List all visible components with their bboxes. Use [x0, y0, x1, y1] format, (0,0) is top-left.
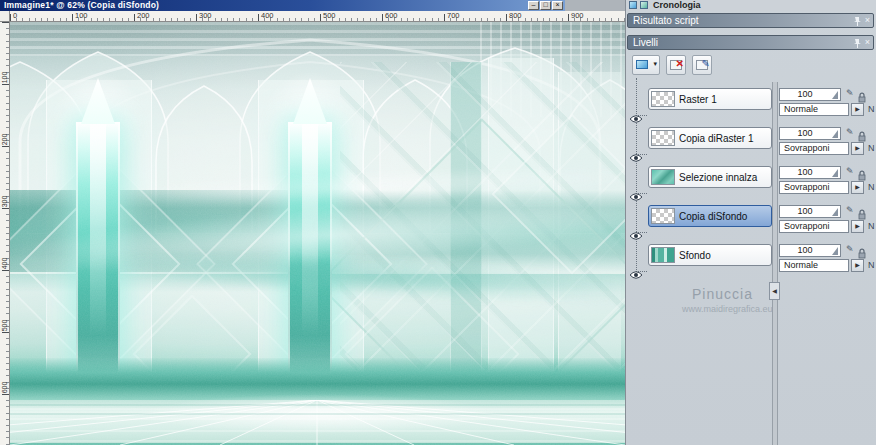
panel-splitter[interactable]	[772, 82, 778, 445]
layer-item[interactable]: Sfondo	[648, 244, 772, 266]
ruler-h-label: 200	[137, 11, 150, 20]
layer-visibility-eye-icon[interactable]	[629, 188, 643, 198]
ruler-h-label: 900	[571, 11, 584, 20]
opacity-slider-icon	[832, 169, 838, 177]
layer-name: Sfondo	[679, 246, 711, 265]
layer-opacity-field[interactable]: 100	[779, 244, 841, 257]
layer-name: Raster 1	[679, 90, 717, 109]
layer-thumbnail	[651, 169, 675, 185]
layer-row: Sfondo 100 ✎ Normale ▶ N	[626, 244, 876, 283]
layer-name: Selezione innalza	[679, 168, 757, 187]
brush-icon: ✎	[846, 166, 854, 176]
brush-icon: ✎	[846, 244, 854, 254]
ruler-v-label: 600	[1, 380, 8, 396]
blend-mode-value: Sovrapponi	[784, 143, 830, 153]
layer-opacity-field[interactable]: 100	[779, 166, 841, 179]
blend-dropdown-arrow[interactable]: ▶	[851, 259, 864, 272]
splitter-collapse-arrow[interactable]: ◀	[769, 282, 780, 300]
link-indicator: N	[868, 104, 875, 114]
maximize-button[interactable]: □	[540, 1, 551, 10]
opacity-slider-icon	[832, 130, 838, 138]
canvas[interactable]	[10, 22, 625, 445]
workspace-gap	[565, 0, 625, 11]
layer-opacity-value: 100	[780, 245, 830, 256]
opacity-slider-icon	[832, 208, 838, 216]
blend-dropdown-arrow[interactable]: ▶	[851, 181, 864, 194]
blend-mode-value: Sovrapponi	[784, 221, 830, 231]
psp-workspace: Immagine1* @ 62% (Copia diSfondo) – □ × …	[0, 0, 876, 445]
blend-mode-dropdown[interactable]: Sovrapponi	[779, 220, 849, 233]
ruler-h-label: 400	[261, 11, 274, 20]
layer-name: Copia diSfondo	[679, 207, 747, 226]
layer-thumbnail	[651, 91, 675, 107]
blend-mode-dropdown[interactable]: Sovrapponi	[779, 142, 849, 155]
window-controls: – □ ×	[528, 1, 563, 10]
lock-icon	[858, 245, 866, 256]
ruler-v-label: 500	[1, 318, 8, 334]
ruler-v-label: 100	[1, 70, 8, 86]
blend-mode-dropdown[interactable]: Normale	[779, 259, 849, 272]
minimize-button[interactable]: –	[528, 1, 539, 10]
layer-item[interactable]: Selezione innalza	[648, 166, 772, 188]
layer-thumbnail	[651, 208, 675, 224]
blend-dropdown-arrow[interactable]: ▶	[851, 142, 864, 155]
close-button[interactable]: ×	[552, 1, 563, 10]
layer-opacity-field[interactable]: 100	[779, 127, 841, 140]
ruler-h-label: 500	[323, 11, 336, 20]
layer-row: Copia diSfondo 100 ✎ Sovrapponi ▶ N	[626, 205, 876, 244]
layers-list: Raster 1 100 ✎ Normale ▶ N Cop	[626, 0, 876, 445]
right-dock-panel: Cronologia Risultato script × Livelli ×	[625, 0, 876, 445]
ruler-v-label: 300	[1, 194, 8, 210]
layer-visibility-eye-icon[interactable]	[629, 110, 643, 120]
layer-name: Copia diRaster 1	[679, 129, 753, 148]
blend-dropdown-arrow[interactable]: ▶	[851, 220, 864, 233]
ruler-h-label: 100	[75, 11, 88, 20]
layer-opacity-value: 100	[780, 206, 830, 217]
blend-mode-dropdown[interactable]: Sovrapponi	[779, 181, 849, 194]
ruler-h-label: 0	[13, 11, 17, 20]
layer-opacity-field[interactable]: 100	[779, 205, 841, 218]
layer-opacity-value: 100	[780, 167, 830, 178]
ruler-h-label: 700	[447, 11, 460, 20]
opacity-slider-icon	[832, 247, 838, 255]
layer-row: Copia diRaster 1 100 ✎ Sovrapponi ▶ N	[626, 127, 876, 166]
watermark-url: www.maidiregrafica.eu	[682, 304, 773, 314]
link-indicator: N	[868, 221, 875, 231]
blend-dropdown-arrow[interactable]: ▶	[851, 103, 864, 116]
art-noise-texture	[10, 22, 625, 445]
horizontal-ruler: 0100200300400500600700800900	[10, 11, 625, 22]
layer-thumbnail	[651, 247, 675, 263]
layer-visibility-eye-icon[interactable]	[629, 266, 643, 276]
layer-item[interactable]: Copia diRaster 1	[648, 127, 772, 149]
image-window-titlebar[interactable]: Immagine1* @ 62% (Copia diSfondo) – □ ×	[0, 0, 565, 11]
blend-mode-value: Normale	[784, 104, 818, 114]
vertical-ruler: 100200300400500600	[0, 22, 10, 445]
layer-opacity-value: 100	[780, 89, 830, 100]
opacity-slider-icon	[832, 91, 838, 99]
blend-mode-dropdown[interactable]: Normale	[779, 103, 849, 116]
link-indicator: N	[868, 143, 875, 153]
layer-visibility-eye-icon[interactable]	[629, 227, 643, 237]
brush-icon: ✎	[846, 205, 854, 215]
watermark-name: Pinuccia	[692, 286, 753, 302]
layer-item[interactable]: Raster 1	[648, 88, 772, 110]
link-indicator: N	[868, 260, 875, 270]
ruler-h-label: 300	[199, 11, 212, 20]
layer-row: Raster 1 100 ✎ Normale ▶ N	[626, 88, 876, 127]
lock-icon	[858, 89, 866, 100]
lock-icon	[858, 128, 866, 139]
ruler-v-label: 400	[1, 256, 8, 272]
layer-thumbnail	[651, 130, 675, 146]
layer-opacity-field[interactable]: 100	[779, 88, 841, 101]
ruler-h-label: 800	[509, 11, 522, 20]
layer-row: Selezione innalza 100 ✎ Sovrapponi ▶ N	[626, 166, 876, 205]
layer-visibility-eye-icon[interactable]	[629, 149, 643, 159]
blend-mode-value: Normale	[784, 260, 818, 270]
ruler-h-label: 600	[385, 11, 398, 20]
layer-item[interactable]: Copia diSfondo	[648, 205, 772, 227]
layer-opacity-value: 100	[780, 128, 830, 139]
lock-icon	[858, 167, 866, 178]
ruler-v-label: 200	[1, 132, 8, 148]
brush-icon: ✎	[846, 127, 854, 137]
lock-icon	[858, 206, 866, 217]
